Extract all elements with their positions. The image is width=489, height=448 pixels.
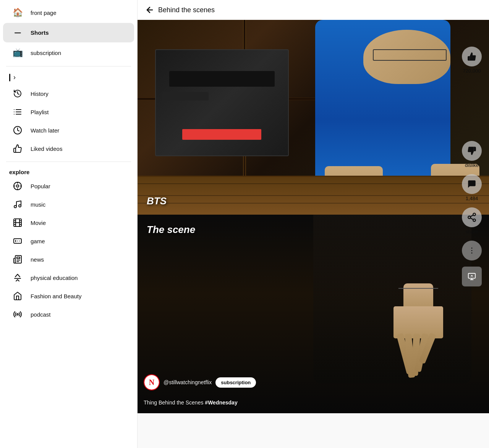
sidebar-label-fashion-beauty: Fashion and Beauty [31, 293, 81, 299]
sidebar-item-podcast[interactable]: podcast [3, 306, 134, 323]
sidebar-label-movie: Movie [31, 220, 46, 226]
more-options-button[interactable] [462, 241, 482, 260]
caption-text: Thing Behind the Scenes [144, 399, 205, 406]
movie-icon [12, 218, 23, 227]
sidebar-label-popular: Popular [31, 183, 50, 189]
channel-avatar: N [144, 374, 160, 390]
svg-point-24 [17, 314, 18, 315]
pipe-icon [9, 74, 10, 81]
caption-hashtag: #Wednesday [205, 399, 237, 406]
sound-button[interactable] [462, 267, 482, 286]
comment-button[interactable]: 1,484 [462, 174, 482, 201]
svg-point-13 [14, 205, 16, 208]
comment-icon-circle [462, 174, 482, 194]
music-icon [12, 200, 23, 209]
sidebar-item-front-page[interactable]: 🏠 front page [3, 4, 134, 21]
channel-name: @stillwatchingnetflix [164, 379, 212, 385]
video2-title: The scene [147, 224, 195, 236]
popular-icon [12, 181, 23, 191]
back-button[interactable] [145, 5, 154, 15]
divider-1 [6, 66, 131, 66]
sidebar-label-news: news [31, 256, 44, 263]
dislike-icon-circle [462, 141, 482, 161]
sidebar-label-podcast: podcast [31, 311, 51, 318]
history-icon [12, 89, 23, 98]
comment-count: 1,484 [466, 196, 478, 201]
divider-2 [6, 162, 131, 162]
sidebar-label-liked-videos: Liked videos [31, 146, 62, 152]
video-card-bts[interactable]: BTS [138, 20, 489, 215]
sidebar-item-fashion-beauty[interactable]: Fashion and Beauty [3, 288, 134, 304]
main-content: Behind the scenes [138, 0, 489, 448]
dislike-button[interactable]: dislike [462, 141, 482, 168]
sidebar-item-popular[interactable]: Popular [3, 178, 134, 194]
like-button[interactable]: 720,000 [462, 47, 482, 74]
sidebar-label-music: music [31, 201, 45, 208]
video-column: BTS [138, 20, 489, 448]
action-bar: 720,000 dislike 1,484 [455, 39, 489, 294]
sidebar-label-physical-education: physical education [31, 275, 78, 281]
physical-education-icon [12, 273, 23, 282]
video-card-scene[interactable]: The scene N @stillwatchingnetflix subscr… [138, 215, 489, 413]
video-caption: Thing Behind the Scenes #Wednesday [144, 399, 238, 406]
news-icon [12, 255, 23, 264]
share-label: share [466, 229, 478, 235]
sidebar-item-subscription[interactable]: 📺 subscription [3, 44, 134, 61]
sidebar-label-front-page: front page [31, 10, 57, 16]
sidebar-item-physical-education[interactable]: physical education [3, 269, 134, 286]
watch-later-icon [12, 126, 23, 135]
sidebar-item-watch-later[interactable]: Watch later [3, 122, 134, 139]
svg-line-30 [470, 215, 473, 217]
sidebar-item-game[interactable]: game [3, 233, 134, 249]
svg-point-14 [19, 205, 21, 207]
sidebar-item-playlist[interactable]: Playlist [3, 104, 134, 120]
subscribe-button[interactable]: subscription [215, 377, 256, 388]
liked-videos-icon [12, 144, 23, 153]
sidebar-label-playlist: Playlist [31, 109, 49, 115]
explore-label: explore [0, 166, 137, 177]
sidebar-item-shorts[interactable]: ⏤ Shorts [3, 23, 134, 42]
svg-point-33 [471, 252, 473, 254]
channel-info: N @stillwatchingnetflix subscription [144, 374, 256, 390]
shorts-icon: ⏤ [12, 27, 23, 39]
game-icon [12, 236, 23, 246]
share-button[interactable]: share [462, 207, 482, 235]
back-header: Behind the scenes [138, 0, 489, 20]
sidebar-label-history: History [31, 91, 49, 97]
svg-point-32 [471, 250, 473, 251]
svg-line-29 [470, 218, 473, 220]
home-icon: 🏠 [12, 8, 23, 18]
chevron-right-icon: › [13, 73, 16, 81]
sidebar-item-movie[interactable]: Movie [3, 214, 134, 231]
share-icon-circle [462, 207, 482, 227]
fashion-beauty-icon [12, 291, 23, 301]
like-icon-circle [462, 47, 482, 66]
sidebar: 🏠 front page ⏤ Shorts 📺 subscription › H… [0, 0, 138, 448]
sidebar-label-game: game [31, 238, 45, 244]
you-collapse-row[interactable]: › [0, 70, 137, 84]
svg-point-8 [16, 185, 19, 187]
subscription-icon: 📺 [12, 48, 23, 58]
sidebar-item-history[interactable]: History [3, 85, 134, 102]
video-area: BTS [138, 20, 489, 448]
back-header-title: Behind the scenes [158, 6, 215, 14]
video1-title: BTS [147, 195, 167, 207]
sidebar-label-shorts: Shorts [31, 29, 49, 36]
sidebar-item-news[interactable]: news [3, 251, 134, 268]
sidebar-label-subscription: subscription [31, 50, 61, 56]
dislike-label: dislike [465, 162, 479, 168]
like-count: 720,000 [463, 68, 481, 74]
sidebar-label-watch-later: Watch later [31, 127, 59, 134]
playlist-icon [12, 107, 23, 116]
sidebar-item-liked-videos[interactable]: Liked videos [3, 140, 134, 157]
svg-point-31 [471, 247, 473, 249]
sidebar-item-music[interactable]: music [3, 196, 134, 213]
podcast-icon [12, 310, 23, 319]
